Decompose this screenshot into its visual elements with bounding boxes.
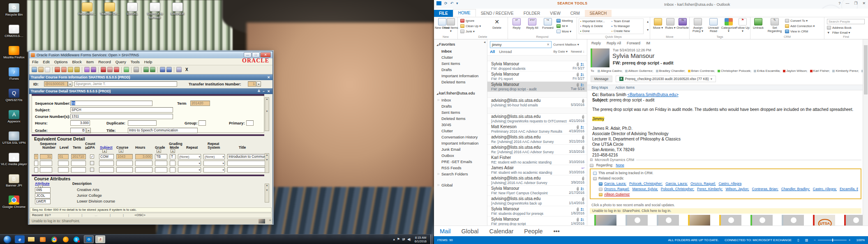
remove-record-icon[interactable] xyxy=(91,67,96,72)
previous-record-icon[interactable] xyxy=(101,67,106,72)
course-number-field[interactable]: 1311 xyxy=(70,114,173,119)
cc-email-link[interactable]: <Barbara.Smith@utsa.edu> xyxy=(628,92,679,97)
recipient[interactable]: Karl Fisher; xyxy=(808,69,830,73)
quick-step-item[interactable]: Reply & Delete xyxy=(579,24,610,29)
person-card[interactable]: Brian Contreras ACADEMIC ADVISOR II xyxy=(715,215,746,226)
attribute-code-field[interactable]: JCOL xyxy=(35,193,51,198)
print-form-icon[interactable] xyxy=(160,67,165,72)
filter-email-button[interactable]: ▼Filter Email ▾ xyxy=(827,31,850,35)
oracle-menu-item[interactable]: Block xyxy=(72,60,81,64)
meeting-button[interactable]: Meeting xyxy=(556,19,573,23)
count-in-gpa-checkbox[interactable]: ✓ xyxy=(90,154,94,159)
email-list-item[interactable]: Karl Fisher ↩ RE: student with no academ… xyxy=(487,155,587,165)
folder-item[interactable]: 30/45 xyxy=(434,122,487,128)
search-input[interactable]: jimmy ✕ xyxy=(490,41,552,48)
email-list-item[interactable]: Sylvia Mansour ↩ FW: prereq drop script … xyxy=(487,82,587,92)
oracle-forms-taskbar-icon[interactable]: J xyxy=(95,235,105,243)
folder-item[interactable]: Important Information xyxy=(434,140,487,146)
term-field[interactable]: 201420 xyxy=(190,101,210,106)
undo-icon[interactable] xyxy=(61,67,67,72)
execute-query-icon[interactable] xyxy=(134,67,139,72)
folder-item[interactable]: Outbox xyxy=(434,152,487,159)
desktop-icon[interactable]: ♻ Recycle Bin xyxy=(1,3,27,16)
title-field[interactable]: Intro to Speech Communication xyxy=(128,128,198,133)
print-icon[interactable] xyxy=(45,67,50,72)
id-lov-button[interactable]: ▾ xyxy=(68,81,72,87)
crm-record-link[interactable]: Polocek, Christopher; xyxy=(661,187,694,191)
rollback-icon[interactable] xyxy=(38,67,44,72)
outlook-titlebar[interactable]: ⟳ ↶ ▾ SEARCH TOOLS Inbox - karl.fisher@u… xyxy=(434,0,868,9)
person-card[interactable]: Jaylon Wilson ACADEMIC ADVISOR I xyxy=(808,215,840,226)
undo-icon[interactable]: ↶ xyxy=(450,1,454,5)
junk-button[interactable]: Junk ▾ xyxy=(460,30,475,33)
eq-subject-field[interactable]: COM xyxy=(99,154,114,159)
email-list-item[interactable]: James Adair ↩ FW: student with no academ… xyxy=(487,165,587,175)
untrack-button[interactable]: Untrack xyxy=(751,18,765,30)
page-setup-icon[interactable] xyxy=(166,67,172,72)
attachment-dropdown-icon[interactable]: ▾ xyxy=(711,77,712,81)
zoom-slider[interactable]: −+ xyxy=(814,238,850,242)
folder-item[interactable]: PRE -SET Emails xyxy=(434,159,487,165)
ribbon-tab[interactable]: HOME xyxy=(453,9,476,17)
nav-item[interactable]: Calendar xyxy=(489,228,514,235)
email-list-item[interactable]: Sylvia Mansour ↩ FW: P1 report Fri 5/27 xyxy=(487,71,587,82)
person-card[interactable]: Allegra Castro TEACHER CERT SPECIA... xyxy=(621,215,652,226)
email-list-item[interactable]: Sylvia Mansour ↩ FW: dropped students Fr… xyxy=(487,61,587,71)
desktop-icon[interactable]: Q QWS3270s xyxy=(1,89,27,102)
email-list-item[interactable]: advising@lists.sis.utsa.edu ↩ [Advising]… xyxy=(487,114,587,124)
desktop-icon[interactable]: UTSA SSL VPN xyxy=(1,131,27,145)
reading-pane-scrollbar[interactable] xyxy=(863,39,868,226)
email-list-item[interactable]: Sylvia Mansour ↩ FW: prereq drop script … xyxy=(487,216,587,226)
folder-item[interactable]: Drafts xyxy=(434,67,487,73)
folder-item[interactable]: Favorites xyxy=(434,41,487,48)
folder-item[interactable]: Important Information xyxy=(434,73,487,79)
email-list-item[interactable]: Matt Keneson ↩ Preliminary 2016 AAC Advi… xyxy=(487,124,587,134)
forward-button[interactable]: ↪Forward xyxy=(540,18,556,30)
zoom-level[interactable]: 100% xyxy=(856,238,865,242)
filter-all-tab[interactable]: All xyxy=(490,49,495,54)
desktop-icon[interactable]: ▲ VLC media player xyxy=(1,153,27,166)
folder-item[interactable]: Deleted Items xyxy=(434,115,487,122)
crm-record-link[interactable]: Orozco, Raquel; xyxy=(604,187,629,191)
help-icon[interactable] xyxy=(176,67,182,72)
copy-icon[interactable] xyxy=(68,67,73,72)
ignore-button[interactable]: Ignore xyxy=(460,19,474,23)
group-field[interactable] xyxy=(199,120,206,126)
subject-field[interactable]: SPCH xyxy=(70,107,173,113)
enter-query-icon[interactable] xyxy=(124,67,129,72)
transfer-institution-field[interactable]: 1 xyxy=(248,81,256,87)
eq-repeat-combo[interactable]: (None) xyxy=(178,154,201,159)
qat-customize-icon[interactable]: ▾ xyxy=(456,1,458,5)
media-player-icon[interactable] xyxy=(38,235,48,243)
subject-filter-button[interactable]: ▾ xyxy=(102,149,107,153)
grade-lov-button[interactable]: ▾ xyxy=(86,128,91,133)
assign-policy-button[interactable]: Assign Policy ▾ xyxy=(690,18,706,33)
sort-newest-toggle[interactable]: Newest ↓ xyxy=(571,50,584,53)
quick-step-item[interactable]: Important Infor... xyxy=(579,19,610,24)
sender-photo[interactable] xyxy=(591,48,609,67)
eq-seq-field[interactable]: 31 xyxy=(40,154,52,159)
reply-all-button[interactable]: ↩↩Reply All xyxy=(524,18,540,30)
response-action[interactable]: Reply xyxy=(591,41,601,45)
next-record-icon[interactable] xyxy=(107,67,113,72)
desktop-icon[interactable]: ≡ CRM2013-... xyxy=(1,25,27,38)
form-banner[interactable]: Transfer Course Form Information SHATRNS… xyxy=(29,74,272,80)
email-list-item[interactable]: advising@lists.sis.utsa.edu ↩ [Advising]… xyxy=(487,196,587,206)
person-card[interactable]: Allison Gutierrez ADMINISTRATIVE ASS... xyxy=(652,215,683,226)
oracle-titlebar[interactable]: Oracle Fusion Middleware Forms Services:… xyxy=(29,51,272,58)
onenote-button[interactable]: NOneNote xyxy=(675,18,690,30)
view-in-crm-button[interactable]: View in CRM xyxy=(785,30,808,33)
nav-item[interactable]: Mail xyxy=(440,228,451,235)
new-items-button[interactable]: New Items ▾ xyxy=(443,18,459,33)
filter-unread-tab[interactable]: Unread xyxy=(499,49,512,54)
follow-up-button[interactable]: ⚑Follow Up ▾ xyxy=(736,18,750,33)
restore-icon[interactable]: ❐ xyxy=(854,1,857,5)
folder-item[interactable]: Sent Items xyxy=(434,109,487,115)
crm-record-link[interactable]: Escamilla, Erika; xyxy=(840,187,858,191)
taskbar-clock[interactable]: 8:15 AM 6/1/2016 xyxy=(415,236,427,243)
sort-by-date-dropdown[interactable]: By Date ▾ xyxy=(553,50,568,53)
recipient[interactable]: Allegra Castro; xyxy=(595,69,623,73)
response-action[interactable]: IM xyxy=(646,41,650,45)
attribute-code-field[interactable]: LWER xyxy=(35,199,51,204)
file-explorer-icon[interactable] xyxy=(26,235,36,243)
